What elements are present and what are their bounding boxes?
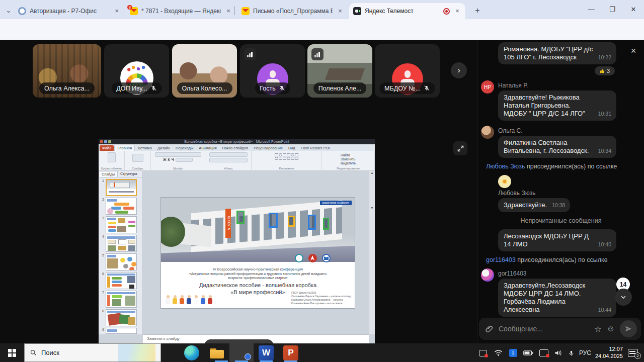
tab-yandex-mail-inbox[interactable]: 8 * 7871 - Входящие — Яндекс П × [126, 3, 236, 19]
shapes-gallery[interactable] [275, 153, 298, 160]
slide-thumbnail[interactable]: 5 [99, 252, 142, 270]
participant-tile[interactable]: Поленок Але... [307, 44, 372, 98]
taskbar-powerpoint-icon[interactable]: P [283, 345, 298, 360]
participant-tile[interactable]: Ольга Алекса... [33, 44, 101, 98]
avatar: НР [481, 80, 494, 94]
battery-icon[interactable] [522, 347, 535, 359]
ribbon-group-editing: Найти Заменить Выделить Редактирование [322, 151, 375, 170]
ppt-tab-home[interactable]: Главная [114, 145, 135, 151]
attach-icon[interactable] [485, 325, 494, 333]
ppt-tab[interactable]: Анимация [196, 145, 219, 151]
ppt-scrollbar[interactable]: ▲▼ [369, 171, 375, 334]
volume-icon[interactable] [552, 347, 564, 359]
school-building-image: ШКОЛА [161, 198, 355, 262]
logos-row [295, 254, 331, 262]
message-time: 10:34 [598, 147, 611, 155]
panel-tab-slides[interactable]: Слайды [99, 171, 118, 177]
ppt-ribbon: Буфер обмена Слайды Ж К Ч Шрифт [99, 151, 375, 171]
participant-name: Гость [260, 85, 275, 92]
taskbar-edge-icon[interactable] [184, 345, 199, 360]
message-time: 10:22 [598, 53, 611, 61]
find-button[interactable]: Найти [341, 153, 356, 157]
school-banner: ШКОЛА [225, 209, 231, 238]
slide-thumbnail[interactable]: 9 [99, 326, 142, 334]
ppt-tab[interactable]: Рецензирование [251, 145, 285, 151]
tab-close-icon[interactable]: × [224, 7, 232, 15]
ppt-tab-file[interactable]: Файл [100, 145, 114, 151]
ppt-slides-panel: Слайды Структура 1 2 [99, 171, 143, 334]
chat-input-bar[interactable]: Сообщение... ☆ ☺ [479, 318, 641, 340]
screen-recording-icon[interactable] [537, 347, 550, 359]
mail-favicon [242, 7, 250, 15]
select-button[interactable]: Выделить [341, 161, 356, 165]
start-button[interactable] [0, 343, 24, 362]
notifications-icon[interactable]: 2 [626, 347, 640, 359]
mail-unread-badge: 8 [127, 5, 132, 10]
align-buttons[interactable] [209, 158, 248, 162]
search-seasonal-image [118, 344, 155, 361]
tab-search-icon[interactable]: ⌄ [3, 5, 14, 16]
expand-screen-icon[interactable] [453, 141, 467, 155]
message-time: 10:44 [598, 306, 611, 314]
bluetooth-icon[interactable]: ᛒ [507, 347, 519, 359]
participant-tile[interactable]: МБДОУ №... [375, 44, 440, 98]
wifi-icon[interactable] [492, 347, 504, 359]
emoji-icon[interactable]: ☺ [607, 324, 615, 333]
window-minimize-button[interactable]: — [581, 0, 602, 18]
italic-icon[interactable]: К [168, 158, 170, 162]
thumbs-up-reaction[interactable]: 3 [595, 66, 615, 75]
taskbar-explorer-icon[interactable] [209, 345, 224, 360]
window-restore-button[interactable]: ❐ [602, 0, 623, 18]
taskbar-word-icon[interactable]: W [259, 345, 274, 360]
ppt-tab[interactable]: Переходы [173, 145, 196, 151]
ppt-tab[interactable]: Foxit Reader PDF [298, 145, 334, 151]
tab-telemost-active[interactable]: Яндекс Телемост × [349, 3, 465, 19]
tab-mail-letter[interactable]: Письмо «Посл_Программа ВК × [237, 3, 348, 19]
ribbon-group-drawing: Рисование [252, 151, 322, 170]
scroll-to-bottom[interactable]: 14 [615, 278, 632, 313]
bold-icon[interactable]: Ж [163, 158, 166, 162]
favorites-star-icon[interactable]: ☆ [594, 324, 601, 334]
chevron-down-icon[interactable] [615, 289, 632, 306]
window-close-button[interactable]: ✕ [623, 0, 644, 18]
tab-close-icon[interactable]: × [336, 7, 344, 15]
slide-thumbnail[interactable]: 8 [99, 308, 142, 326]
slide-thumbnail[interactable]: 2 [99, 196, 142, 215]
message-time: 10:38 [552, 201, 565, 209]
ppt-tab[interactable]: Вид [286, 145, 298, 151]
next-participants-button[interactable]: › [451, 62, 467, 78]
send-message-button[interactable] [620, 320, 637, 337]
message-input[interactable]: Сообщение... [499, 325, 589, 333]
slide-thumbnail[interactable]: 4 [99, 233, 142, 252]
tab-r7-office[interactable]: Авторизация - Р7-Офис × [14, 3, 125, 19]
tray-telemost-icon[interactable] [477, 347, 489, 359]
font-size-box[interactable] [176, 158, 193, 162]
clock[interactable]: 12:07 24.04.2025 [584, 345, 623, 359]
slide-thumbnail[interactable]: 6 [99, 270, 142, 289]
slide-thumbnail[interactable]: 1 [99, 177, 142, 196]
slide-thumbnail[interactable]: 3 [99, 215, 142, 233]
tab-close-icon[interactable]: × [453, 7, 461, 15]
participant-tile[interactable]: ивушка ДОП Иву... [104, 44, 169, 98]
underline-icon[interactable]: Ч [172, 158, 174, 162]
tab-close-icon[interactable]: × [113, 7, 121, 15]
participant-tile[interactable]: Ольга Колесо... [172, 44, 237, 98]
chat-message: Романовна. МДОБУ "ЦРР д/с 105 ЛГО" г. Ле… [481, 42, 641, 75]
slide-thumbnail[interactable]: 7 [99, 289, 142, 308]
tray-mic-icon[interactable] [566, 347, 577, 359]
ppt-tab[interactable]: Вставка [135, 145, 154, 151]
tab-title: Яндекс Телемост [365, 8, 440, 15]
taskbar-search[interactable]: Поиск [24, 343, 161, 362]
paste-icon[interactable] [108, 152, 116, 162]
ppt-tab[interactable]: Показ слайдов [220, 145, 251, 151]
ppt-tab[interactable]: Дизайн [155, 145, 173, 151]
font-name-box[interactable] [155, 152, 201, 157]
new-slide-icon[interactable] [132, 154, 143, 162]
participant-tile[interactable]: Гость [240, 44, 305, 98]
replace-button[interactable]: Заменить [341, 157, 356, 161]
tray-time: 12:07 [584, 345, 623, 352]
list-buttons[interactable] [209, 152, 248, 157]
ppt-titlebar: Волшебная коробка «В мире профессий» - M… [99, 139, 375, 144]
panel-tab-outline[interactable]: Структура [118, 171, 139, 177]
new-tab-button[interactable]: + [472, 5, 483, 16]
